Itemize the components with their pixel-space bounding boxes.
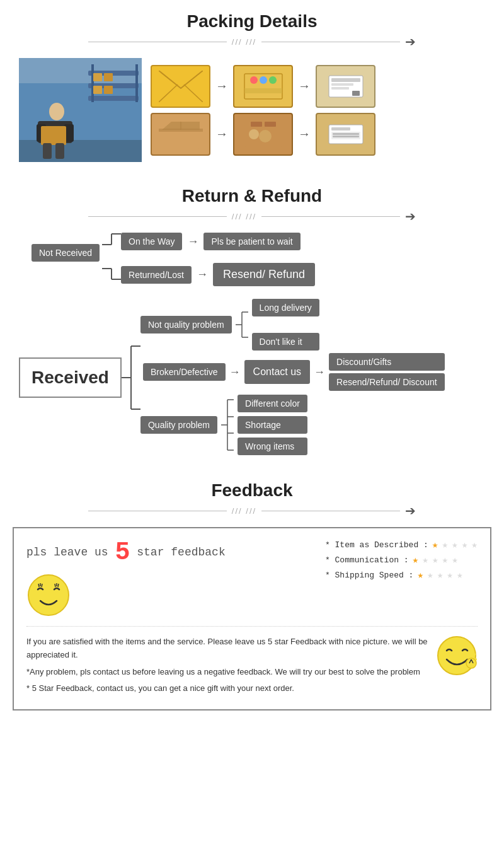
quality-row: Quality problem Different color Shortage… <box>140 393 445 456</box>
refund-title: Return & Refund <box>0 186 504 206</box>
on-the-way-row: On the Way → Pls be patient to wait <box>121 233 315 250</box>
discount-gifts-label: Discount/Gifts <box>329 353 445 371</box>
star-3-5: ★ <box>457 569 463 581</box>
not-received-label: Not Received <box>32 244 100 262</box>
dont-like-label: Don't like it <box>252 333 319 351</box>
star-2-1: ★ <box>413 554 419 566</box>
fb-rating-label-3: * Shipping Speed : <box>325 571 413 580</box>
svg-rect-30 <box>331 78 360 82</box>
svg-line-72 <box>38 584 39 587</box>
feedback-body-2: *Any problem, pls contact us before leav… <box>26 666 478 679</box>
star-1-5: ★ <box>471 538 478 551</box>
on-the-way-label: On the Way <box>121 233 182 250</box>
svg-rect-4 <box>88 96 139 101</box>
arrow-contact: → <box>314 366 325 379</box>
nq-sub-items: Long delivery Don't like it <box>252 299 319 351</box>
svg-rect-6 <box>135 64 138 102</box>
package-cardboard <box>151 113 210 156</box>
packing-row-1: → → <box>151 65 485 108</box>
divider-hash2: /// /// <box>232 212 256 221</box>
star-3-3: ★ <box>437 569 444 581</box>
q-sub-items: Different color Shortage Wrong items <box>238 395 307 455</box>
packing-section: Packing Details /// /// ➔ <box>0 11 504 175</box>
contact-us-label: Contact us <box>244 360 310 384</box>
quality-problem-label: Quality problem <box>140 416 217 434</box>
star-1-2: ★ <box>442 538 448 551</box>
divider-line-left <box>88 42 227 42</box>
chevron-down-icon2: ➔ <box>405 209 416 224</box>
svg-rect-47 <box>333 133 359 135</box>
star-3-1: ★ <box>417 569 423 581</box>
svg-rect-37 <box>159 129 203 132</box>
fb-rating-row-1: * Item as Described : ★ ★ ★ ★ ★ <box>325 538 478 551</box>
svg-rect-17 <box>43 143 52 159</box>
divider-line-right2 <box>261 216 400 217</box>
broken-row: Broken/Defective → Contact us → Discount… <box>140 353 445 391</box>
package-filled <box>233 113 293 156</box>
pls-wait-label: Pls be patient to wait <box>203 233 300 250</box>
outcomes-col: Discount/Gifts Resend/Refund/ Discount <box>329 353 445 391</box>
svg-rect-27 <box>244 88 282 93</box>
chevron-down-icon3: ➔ <box>405 503 416 518</box>
svg-rect-11 <box>19 140 142 162</box>
divider-line-right3 <box>261 511 400 511</box>
svg-rect-7 <box>93 73 102 81</box>
svg-point-41 <box>249 129 259 139</box>
q-branch-lines <box>221 393 234 456</box>
refund-divider: /// /// ➔ <box>0 209 504 224</box>
packing-images: → → <box>19 58 485 162</box>
divider-line-right <box>261 42 400 42</box>
svg-point-12 <box>49 103 64 120</box>
svg-rect-31 <box>331 83 353 86</box>
packing-steps: → → <box>142 65 485 156</box>
feedback-section: Feedback /// /// ➔ pls leave us 5 star f… <box>0 480 504 723</box>
arrow-1: → <box>215 79 228 93</box>
fb-star-feedback: star feedback <box>137 546 225 559</box>
svg-rect-5 <box>91 64 94 102</box>
fb-left: pls leave us 5 star feedback <box>26 538 306 617</box>
divider-line-left2 <box>88 216 227 217</box>
shortage-label: Shortage <box>238 416 307 434</box>
feedback-divider: /// /// ➔ <box>0 503 504 518</box>
svg-rect-34 <box>162 130 200 149</box>
divider-hash: /// /// <box>232 37 256 47</box>
feedback-body-3: * 5 Star Feedback, contact us, you can g… <box>26 682 478 695</box>
star-1-3: ★ <box>452 538 458 551</box>
svg-line-74 <box>42 584 42 587</box>
different-color-label: Different color <box>238 395 307 412</box>
packing-title: Packing Details <box>0 11 504 32</box>
svg-rect-45 <box>331 127 350 130</box>
svg-point-25 <box>260 76 267 84</box>
package-labeled <box>316 65 375 108</box>
fb-invite-text: pls leave us <box>26 546 108 559</box>
long-delivery-label: Long delivery <box>252 299 319 316</box>
svg-line-77 <box>58 584 59 587</box>
package-wrapped <box>233 65 293 108</box>
refund-flow: Not Received <box>0 233 504 469</box>
received-block: Received Not quality problem <box>13 299 491 456</box>
svg-rect-39 <box>251 122 262 127</box>
svg-rect-33 <box>352 91 360 96</box>
arrow-3: → <box>215 127 228 141</box>
star-1-1: ★ <box>432 538 438 551</box>
package-shipped <box>316 113 375 156</box>
fb-rating-row-2: * Communication : ★ ★ ★ ★ ★ <box>325 554 478 566</box>
packing-warehouse-photo <box>19 58 142 162</box>
svg-rect-48 <box>333 136 359 137</box>
resend-refund-discount-label: Resend/Refund/ Discount <box>329 373 445 391</box>
svg-rect-9 <box>93 86 102 94</box>
packing-row-2: → → <box>151 113 485 156</box>
svg-rect-16 <box>41 126 66 145</box>
divider-line-left3 <box>88 511 227 511</box>
arrow-broken: → <box>229 366 241 379</box>
arrow-icon: → <box>187 235 198 248</box>
package-envelope <box>151 65 210 108</box>
smiley-face-icon <box>26 573 71 617</box>
packing-divider: /// /// ➔ <box>0 34 504 49</box>
branch-lines <box>102 233 121 281</box>
not-received-block: Not Received <box>13 233 491 286</box>
star-2-2: ★ <box>422 554 428 566</box>
not-quality-row: Not quality problem Long delivery Don't … <box>140 299 445 351</box>
feedback-body-1: If you are satisfied with the items and … <box>26 635 478 662</box>
svg-rect-8 <box>104 73 113 81</box>
